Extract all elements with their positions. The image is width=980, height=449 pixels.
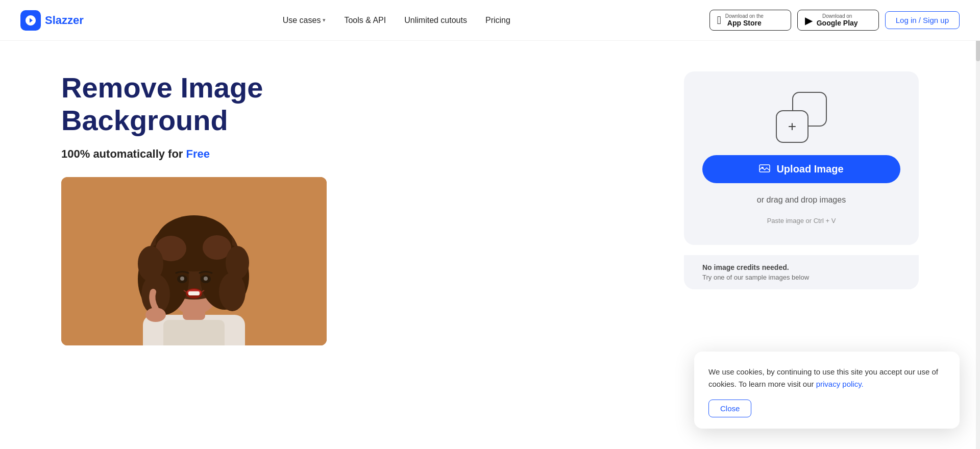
svg-rect-4 — [163, 320, 225, 345]
hero-person-svg — [61, 177, 327, 345]
free-text: Free — [186, 147, 210, 160]
image-icon — [759, 163, 770, 172]
chevron-down-icon: ▾ — [323, 17, 326, 23]
svg-rect-23 — [188, 291, 200, 295]
hero-subtitle: 100% automatically for Free — [61, 147, 653, 161]
no-image-text: No image credits needed. — [702, 263, 900, 271]
google-play-icon: ▶ — [805, 14, 813, 27]
bottom-info: No image credits needed. Try one of our … — [684, 255, 919, 289]
upload-image-button[interactable]: Upload Image — [702, 155, 900, 183]
logo[interactable]: Slazzer — [20, 10, 84, 31]
header-right:  Download on the App Store ▶ Download o… — [709, 10, 960, 31]
hero-section: Remove Image Background 100% automatical… — [61, 71, 653, 345]
apple-icon:  — [717, 14, 721, 27]
nav-tools-api[interactable]: Tools & API — [344, 16, 386, 25]
cookie-close-button[interactable]: Close — [708, 400, 751, 417]
svg-point-20 — [204, 277, 208, 281]
try-text: Try one of our sample images below — [702, 273, 900, 281]
image-icon-front: + — [776, 110, 808, 143]
drag-drop-text: or drag and drop images — [757, 195, 846, 205]
cookie-message: We use cookies, by continuing to use thi… — [708, 366, 945, 390]
app-store-button[interactable]:  Download on the App Store — [709, 10, 791, 31]
logo-text: Slazzer — [45, 14, 84, 27]
hero-image — [61, 177, 327, 345]
nav-use-cases[interactable]: Use cases ▾ — [283, 16, 326, 25]
upload-section: + Upload Image or drag and drop images P… — [684, 71, 919, 289]
scrollbar-track — [976, 0, 980, 449]
svg-point-19 — [180, 277, 184, 281]
image-upload-icon — [759, 163, 770, 175]
logo-icon — [20, 10, 41, 31]
paste-hint-text: Paste image or Ctrl + V — [767, 217, 836, 224]
nav-pricing[interactable]: Pricing — [485, 16, 510, 25]
cookie-banner: We use cookies, by continuing to use thi… — [694, 352, 960, 429]
hero-title: Remove Image Background — [61, 71, 653, 137]
google-play-button[interactable]: ▶ Download on Google Play — [797, 10, 879, 31]
nav-unlimited-cutouts[interactable]: Unlimited cutouts — [404, 16, 467, 25]
header: Slazzer Use cases ▾ Tools & API Unlimite… — [0, 0, 980, 41]
main-nav: Use cases ▾ Tools & API Unlimited cutout… — [283, 16, 510, 25]
upload-card: + Upload Image or drag and drop images P… — [684, 71, 919, 245]
login-signup-button[interactable]: Log in / Sign up — [885, 11, 960, 29]
privacy-policy-link[interactable]: privacy policy. — [816, 380, 864, 388]
slazzer-brand-icon — [24, 14, 37, 27]
upload-icon-area: + — [776, 92, 827, 143]
svg-point-15 — [138, 246, 163, 282]
plus-icon: + — [788, 119, 796, 134]
svg-point-16 — [226, 246, 249, 280]
